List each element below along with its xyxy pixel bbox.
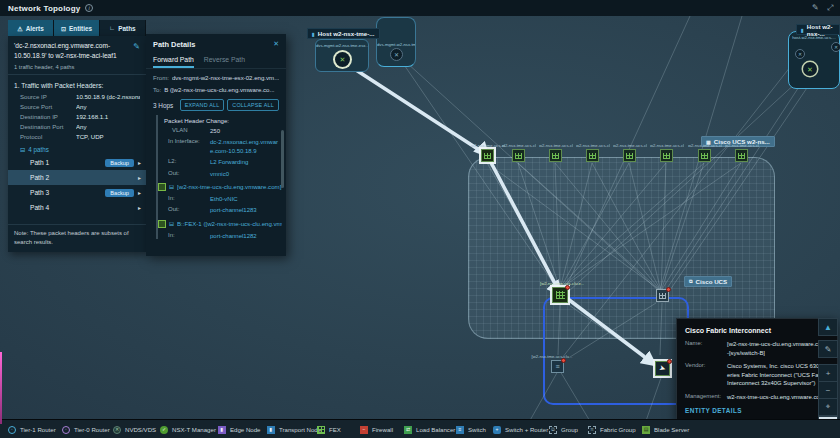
left-edge-accent [0,352,2,424]
in-interface-link[interactable]: Eth0-vNIC [210,195,238,203]
blade-server-node[interactable] [623,149,636,162]
fabric-interconnect-node-hovered[interactable]: ➤ [655,361,670,376]
chevron-right-icon[interactable]: ▸ [138,204,141,211]
legend-switch-router: +Switch + Router [493,420,548,438]
fullscreen-icon[interactable]: ⤢ [827,3,833,13]
blade-server-node[interactable] [549,149,562,162]
hop-3-title-link[interactable]: B::FEX-1 ([w2-nsx-tme-ucs-clu.eng.vmwa..… [177,220,282,227]
fex-icon [158,220,166,228]
node-host-esx[interactable]: dvs-mgmt-w2-nsx-tme-esx... ✕ [315,39,369,72]
edit-query-icon[interactable]: ✎ [133,42,140,51]
traffic-row: Destination PortAny [20,123,140,130]
hop-timeline [156,115,158,239]
nvds-vds-node-icon[interactable]: ✕ [390,48,403,61]
hop-3-header[interactable]: ⊟ B::FEX-1 ([w2-nsx-tme-ucs-clu.eng.vmwa… [158,220,282,228]
alert-badge [667,359,672,364]
collapse-icon[interactable]: ⊟ [169,220,174,227]
close-icon[interactable]: ✕ [273,40,279,49]
interface-link[interactable]: dc-2.nsxonaci.eng.vmware.com-10.50.18.9 [210,138,282,155]
fex-node-highlighted[interactable] [552,287,568,303]
info-icon[interactable]: i [85,4,93,12]
legend-tier1-router: ◦Tier-1 Router [8,420,56,438]
chevron-right-icon[interactable]: ▸ [138,174,141,181]
path-row-2-selected[interactable]: Path 2 ▸ [8,170,146,185]
hops-count: 3 Hops [153,102,173,109]
traffic-row: Source PortAny [20,103,140,110]
query-subtitle: 1 traffic header, 4 paths [14,64,140,70]
blade-server-icon [158,183,166,191]
traffic-row: Destination IP192.168.1.1 [20,113,140,120]
entities-icon: ⊡ [61,25,66,32]
mouse-cursor-icon: ➤ [658,363,667,374]
from-row: From: dvs-mgmt-w2-nsx-tme-esx-02.eng.vm.… [153,74,279,81]
ucs-group-label[interactable]: ⧉ Cisco UCS [684,276,732,287]
paths-collapse-toggle[interactable]: ⊟ 4 paths [20,146,140,153]
legend-fabric-group: πFabric Group [588,420,636,438]
tab-forward-path[interactable]: Forward Path [153,56,194,68]
tab-entities[interactable]: ⊡ Entities [54,20,100,36]
collapse-icon[interactable]: ⊟ [169,183,174,190]
app-header: Network Topology i ✎ ⤢ [0,0,840,16]
path-row-4[interactable]: Path 4 ▸ [8,200,146,215]
host-icon: ▮ [801,27,804,33]
zoom-in-button[interactable]: + [818,364,838,382]
collapse-all-button[interactable]: COLLAPSE ALL [227,99,279,111]
layers-button[interactable]: ▲ [818,318,838,336]
entity-details-link[interactable]: ENTITY DETAILS [685,407,829,414]
hop-2-title-link[interactable]: [w2-nsx-tme-ucs-clu.eng.vmware.com]-(... [177,183,282,190]
host-label-right[interactable]: ▮ Host w2-nsx-... [796,24,840,35]
blade-server-node-highlighted[interactable] [481,149,494,162]
node-sub-icon[interactable]: ✕ [831,42,840,52]
collapse-icon: ⊟ [20,146,25,153]
edit-button[interactable]: ✎ [818,340,838,358]
panel-note: Note: These packet headers are subsets o… [8,224,146,252]
warning-icon: ⚠ [17,25,22,32]
blade-server-node[interactable] [660,149,673,162]
path-row-1[interactable]: Path 1 Backup ▸ [8,155,146,170]
tab-alerts[interactable]: ⚠ Alerts [8,20,54,36]
alert-badge [565,285,570,290]
hop-2-header[interactable]: ⊟ [w2-nsx-tme-ucs-clu.eng.vmware.com]-(.… [158,183,282,191]
path-row-3[interactable]: Path 3 Backup ▸ [8,185,146,200]
traffic-row: Source IP10.50.18.9 (dc-2.nsxonac... [20,93,140,100]
packet-header-change: Packet Header Change: [164,117,282,124]
edit-topology-icon[interactable]: ✎ [812,3,819,12]
chevron-right-icon[interactable]: ▸ [138,189,141,196]
path-details-panel: Path Details ✕ Forward Path Reverse Path… [146,34,286,256]
path-details-title: Path Details [153,40,195,49]
paths-panel: 'dc-2.nsxonaci.eng.vmware.com-10.50.18.9… [8,36,146,252]
nvds-vds-node-icon[interactable]: ✕ [803,62,817,76]
tooltip-title: Cisco Fabric Interconnect [685,327,829,334]
nsxt-manager-icon: ✓ [160,426,168,434]
node-sub-icon[interactable]: ✕ [795,49,805,59]
tab-paths[interactable]: ∟ Paths [100,20,146,36]
scrollbar-thumb[interactable] [281,130,284,188]
nvds-vds-node-icon[interactable]: ✕ [335,52,350,67]
nvds-vds-icon: ✕ [113,426,121,434]
backup-badge: Backup [105,159,134,167]
network-topology-app: ▮ Host w2-nsx-tme-... dvs-mgmt-w2-nsx-tm… [0,0,840,438]
node-host-right[interactable]: host-w2-nsx-tme-ucs-... ✕ ✕ ✕ [788,31,840,89]
fex-node[interactable] [656,289,669,302]
in-interface-link[interactable]: port-channel1282 [210,232,257,240]
chevron-right-icon[interactable]: ▸ [138,159,141,166]
blade-server-node[interactable] [512,149,525,162]
host-label-left[interactable]: ▮ Host w2-nsx-tme-... [307,28,380,39]
alert-badge [561,358,566,363]
node-host-mid[interactable]: dvs-mgmt-w2-nsx-tme-esx... ✕ [376,17,416,67]
blade-server-node[interactable] [735,149,748,162]
tab-reverse-path[interactable]: Reverse Path [204,56,245,68]
query-card: 'dc-2.nsxonaci.eng.vmware.com-10.50.18.9… [8,36,146,75]
switch-node[interactable]: ≡ [551,360,564,373]
out-interface-link[interactable]: port-channel1283 [210,206,257,214]
out-interface-link[interactable]: vmnic0 [210,170,229,178]
blade-server-node[interactable] [586,149,599,162]
fabric-interconnect-tooltip: Cisco Fabric Interconnect Name:[w2-nsx-t… [676,318,838,422]
fit-to-screen-button[interactable]: ⌖ [818,398,838,416]
expand-all-button[interactable]: EXPAND ALL [180,99,225,111]
zoom-out-button[interactable]: − [818,381,838,399]
paths-icon: ∟ [109,25,115,31]
group-icon: ⧉ [549,426,557,434]
blade-server-node[interactable] [698,149,711,162]
legend-firewall: −Firewall [360,420,393,438]
